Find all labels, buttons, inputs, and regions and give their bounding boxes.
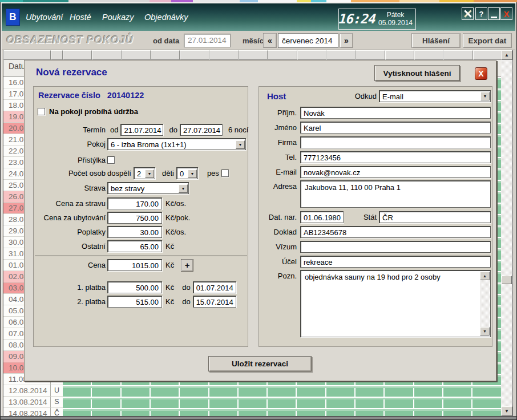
date-cell: 12.08.2014 [3,385,51,397]
grid-header-cell [63,50,92,60]
vertical-scrollbar[interactable]: ▲ ▼ [501,50,512,416]
platba2-do-input[interactable]: 15.07.2014 [193,296,236,308]
odkud-select[interactable]: E-mail ▼ [379,90,491,102]
ostatni-label: Ostatní [34,242,106,251]
deti-label: děti [162,169,174,177]
separator-line [35,256,247,256]
platba1-do-input[interactable]: 01.07.2014 [193,281,236,293]
odkud-label: Odkud [259,92,377,100]
add-payment-button[interactable]: + [181,259,193,272]
cena-input[interactable]: 1015.00 [107,259,162,271]
menu-hoste[interactable]: Hosté [70,13,91,22]
dropdown-arrow-icon[interactable]: ▼ [179,184,188,193]
tel-label: Tel. [259,153,297,161]
export-dat-button[interactable]: Export dat [463,33,512,48]
grid-header-cell [180,50,209,60]
termin-do-input[interactable]: 27.07.2014 [180,124,223,136]
dat-nar-input[interactable]: 01.06.1980 [300,211,344,223]
email-input[interactable]: novak@novak.cz [300,166,491,178]
close-dialog-button[interactable]: X [475,67,487,80]
print-report-button[interactable]: Vytisknout hlášení [374,65,460,81]
ucel-input[interactable]: rekreace [300,256,491,268]
doklad-label: Doklad [259,228,297,236]
platba1-label: 1. platba [34,283,106,292]
grid-header-cell [385,50,414,60]
day-letter-cell: U [51,385,63,397]
platba2-unit: Kč [165,297,174,306]
strava-select[interactable]: bez stravy ▼ [107,182,189,194]
grid-header-cell [443,50,472,60]
adresa-label: Adresa [259,180,297,191]
window-frame [512,50,516,416]
adresa-textarea[interactable]: Jakubova 11, 110 00 Praha 1 [300,180,491,208]
host-panel: Host Odkud E-mail ▼ Příjm. Novák Jméno K… [258,86,492,347]
day-letter-cell: S [51,397,63,408]
vizum-input[interactable] [300,241,491,253]
tools-button[interactable] [462,7,474,20]
menu-objednavky[interactable]: Objednávky [144,13,188,22]
prev-month-button[interactable]: « [263,33,277,48]
platba2-input[interactable]: 515.00 [107,296,162,308]
month-input[interactable]: červenec 2014 [278,33,338,48]
doklad-input[interactable]: AB12345678 [300,226,491,238]
dropdown-arrow-icon[interactable]: ▼ [480,92,490,100]
menu-poukazy[interactable]: Poukazy [102,13,134,22]
pozn-scrollbar[interactable]: ▲ ▼ [480,272,490,336]
grid-header-cell [122,50,151,60]
help-button[interactable]: ? [475,7,487,20]
jmeno-input[interactable]: Karel [300,122,491,134]
firma-input[interactable] [300,136,491,148]
grid-header-cell [414,50,443,60]
reservation-number: Rezervace číslo20140122 [38,91,144,100]
cena-unit: Kč [165,261,174,269]
prijmeni-input[interactable]: Novák [300,107,491,119]
platba1-input[interactable]: 500.00 [107,281,162,293]
page-title: OBSAZENOST POKOJŮ [6,34,134,46]
dospeli-select[interactable]: 2 ▼ [134,167,155,179]
termin-od-input[interactable]: 21.07.2014 [120,124,163,136]
cena-strava-input[interactable]: 170.00 [107,197,162,209]
termin-label: Termín [34,126,106,134]
pes-checkbox[interactable] [221,169,229,177]
cena-label: Cena [34,261,106,269]
menu-ubytovani[interactable]: Ubytování [26,13,63,22]
next-month-button[interactable]: » [340,33,353,48]
pristylka-checkbox[interactable] [107,156,115,164]
pozn-scroll-down-button[interactable]: ▼ [480,327,490,336]
clock-day: Pátek [375,11,415,19]
pozn-textarea[interactable]: objednávka sauny na 19 hod pro 2 osoby ▲… [300,270,491,337]
maintenance-checkbox[interactable] [38,108,45,115]
cena-ubytovani-input[interactable]: 750.00 [107,212,162,224]
od-data-input[interactable]: 27.01.2014 [184,34,231,47]
minimize-button[interactable] [488,7,500,20]
grid-header-cell [209,50,239,60]
grid-header-cell [151,50,180,60]
stat-input[interactable]: ČR [379,211,491,223]
ucel-label: Účel [259,257,297,266]
deti-select[interactable]: 0 ▼ [176,167,198,179]
dropdown-arrow-icon[interactable]: ▼ [188,169,197,178]
poplatky-input[interactable]: 30.00 [107,226,162,238]
app-logo: B [6,9,20,26]
scroll-down-button[interactable]: ▼ [501,406,512,416]
scrollbar-track[interactable] [501,60,512,406]
save-reservation-button[interactable]: Uložit rezervaci [208,356,312,371]
scrollbar-thumb[interactable] [502,276,512,284]
scroll-up-button[interactable]: ▲ [501,50,512,60]
do-label: do [169,126,177,134]
ostatni-input[interactable]: 65.00 [107,240,162,252]
pozn-scrollbar-track[interactable] [480,280,490,327]
grid-header-cell [356,50,385,60]
new-reservation-dialog: Nová rezervace Vytisknout hlášení X Reze… [24,60,496,381]
dat-nar-label: Dat. nar. [259,213,297,221]
dropdown-arrow-icon[interactable]: ▼ [236,140,245,149]
pozn-scroll-up-button[interactable]: ▲ [480,272,490,280]
pokoj-select[interactable]: 6 - izba Broma (1x1+1) ▼ [107,138,246,150]
close-window-button[interactable]: X [500,7,512,20]
grid-header-cell [268,50,297,60]
platba2-do-label: do [182,297,190,306]
minimize-icon [491,17,497,18]
dropdown-arrow-icon[interactable]: ▼ [145,169,154,178]
tel-input[interactable]: 777123456 [300,151,491,163]
hlaseni-button[interactable]: Hlášení [411,33,461,48]
